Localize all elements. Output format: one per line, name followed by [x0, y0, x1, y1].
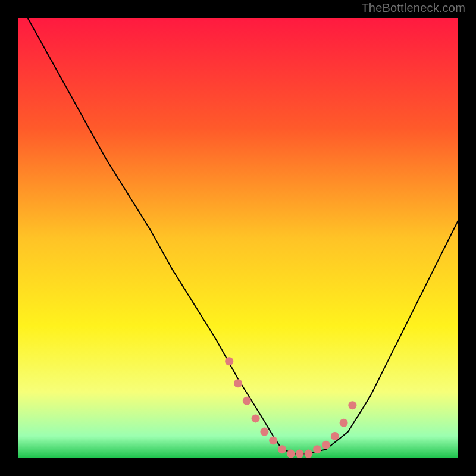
marker-dot: [243, 397, 251, 405]
marker-dot: [348, 401, 356, 409]
marker-dot: [313, 445, 321, 453]
marker-dot: [260, 428, 268, 436]
watermark-label: TheBottleneck.com: [361, 1, 465, 15]
marker-dot: [225, 357, 233, 365]
gradient-background: [18, 18, 458, 458]
marker-dot: [340, 419, 348, 427]
marker-dot: [252, 414, 260, 422]
marker-dot: [331, 432, 339, 440]
marker-dot: [287, 450, 295, 458]
marker-dot: [234, 379, 242, 387]
marker-dot: [322, 441, 330, 449]
marker-dot: [269, 436, 277, 444]
chart-svg: [18, 18, 458, 458]
marker-dot: [278, 445, 286, 453]
plot-area: [18, 18, 458, 458]
chart-frame: TheBottleneck.com: [0, 0, 476, 476]
marker-dot: [296, 450, 304, 458]
marker-dot: [304, 450, 312, 458]
